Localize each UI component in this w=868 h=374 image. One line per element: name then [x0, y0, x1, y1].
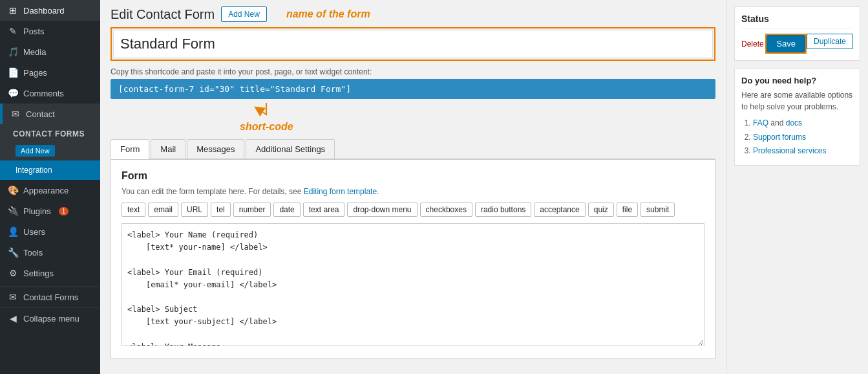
- save-button[interactable]: Save: [767, 35, 805, 52]
- editing-form-template-link[interactable]: Editing form template: [304, 187, 377, 196]
- sidebar-item-integration[interactable]: Integration: [0, 160, 100, 180]
- collapse-label: Collapse menu: [23, 314, 79, 324]
- tag-btn-url[interactable]: URL: [181, 203, 208, 217]
- tab-additional-settings[interactable]: Additional Settings: [246, 139, 335, 159]
- sidebar: ⊞ Dashboard ✎ Posts 🎵 Media 📄 Pages 💬 Co…: [0, 0, 100, 374]
- users-icon: 👤: [8, 226, 18, 237]
- sidebar-item-contact-forms-bottom[interactable]: ✉ Contact Forms: [0, 287, 100, 307]
- sidebar-item-tools[interactable]: 🔧 Tools: [0, 242, 100, 263]
- form-name-wrapper: [111, 27, 715, 61]
- page-header: Edit Contact Form Add New name of the fo…: [111, 6, 715, 22]
- sidebar-item-label: Pages: [23, 68, 47, 78]
- help-box: Do you need help? Here are some availabl…: [734, 69, 860, 166]
- tag-btn-tel[interactable]: tel: [211, 203, 231, 217]
- appearance-icon: 🎨: [8, 185, 18, 195]
- form-editor-desc: You can edit the form template here. For…: [122, 187, 704, 196]
- tag-btn-checkboxes[interactable]: checkboxes: [420, 203, 472, 217]
- tab-form[interactable]: Form: [111, 139, 149, 159]
- sidebar-contact-submenu: Contact Forms Add New Integration: [0, 124, 100, 180]
- sidebar-item-posts[interactable]: ✎ Posts: [0, 21, 100, 41]
- form-editor-title: Form: [122, 170, 704, 182]
- form-editor: Form You can edit the form template here…: [111, 159, 715, 359]
- tag-btn-submit[interactable]: submit: [640, 203, 675, 217]
- media-icon: 🎵: [8, 47, 18, 57]
- sidebar-item-contact[interactable]: ✉ Contact: [0, 104, 100, 124]
- integration-label: Integration: [16, 166, 52, 175]
- contact-icon: ✉: [10, 109, 21, 119]
- status-title: Status: [741, 14, 853, 28]
- sidebar-item-comments[interactable]: 💬 Comments: [0, 83, 100, 104]
- tag-btn-drop-down-menu[interactable]: drop-down menu: [347, 203, 417, 217]
- dashboard-icon: ⊞: [8, 5, 18, 16]
- sidebar-item-label: Posts: [23, 27, 45, 36]
- help-link-faq[interactable]: FAQ: [753, 118, 768, 127]
- pages-icon: 📄: [8, 67, 18, 78]
- sidebar-item-dashboard[interactable]: ⊞ Dashboard: [0, 0, 100, 21]
- tag-btn-email[interactable]: email: [148, 203, 178, 217]
- comments-icon: 💬: [8, 88, 18, 98]
- collapse-icon: ◀: [8, 313, 18, 324]
- status-box: Status Duplicate Delete Save: [734, 6, 860, 61]
- tag-btn-text[interactable]: text: [122, 203, 145, 217]
- plugins-badge: 1: [59, 207, 69, 215]
- main-content: Edit Contact Form Add New name of the fo…: [100, 0, 868, 374]
- sidebar-item-label: Contact Forms: [23, 292, 78, 302]
- annotation-shortcode-label: short-code: [240, 121, 293, 133]
- tag-btn-radio-buttons[interactable]: radio buttons: [475, 203, 531, 217]
- sidebar-item-label: Settings: [23, 269, 54, 278]
- sidebar-item-plugins[interactable]: 🔌 Plugins 1: [0, 201, 100, 221]
- settings-icon: ⚙: [8, 268, 18, 278]
- tag-btn-file[interactable]: file: [617, 203, 638, 217]
- sidebar-item-label: Contact: [26, 109, 55, 119]
- posts-icon: ✎: [8, 26, 18, 36]
- sidebar-item-users[interactable]: 👤 Users: [0, 221, 100, 242]
- tag-btn-number[interactable]: number: [233, 203, 271, 217]
- tools-icon: 🔧: [8, 247, 18, 258]
- sidebar-item-label: Appearance: [23, 186, 69, 195]
- form-name-input[interactable]: [113, 30, 713, 58]
- tag-btn-text-area[interactable]: text area: [303, 203, 345, 217]
- tag-btn-quiz[interactable]: quiz: [588, 203, 614, 217]
- add-new-button[interactable]: Add New: [221, 6, 267, 22]
- right-panel: Status Duplicate Delete Save Do you need…: [726, 0, 868, 374]
- tag-btn-date[interactable]: date: [273, 203, 300, 217]
- form-code-textarea[interactable]: [122, 223, 704, 346]
- sidebar-item-media[interactable]: 🎵 Media: [0, 41, 100, 62]
- help-links-list: FAQ and docs Support forums Professional…: [741, 116, 853, 159]
- content-area: Edit Contact Form Add New name of the fo…: [100, 0, 868, 374]
- sidebar-item-pages[interactable]: 📄 Pages: [0, 62, 100, 83]
- tag-buttons: textemailURLtelnumberdatetext areadrop-d…: [122, 203, 704, 217]
- help-link-docs[interactable]: docs: [786, 118, 802, 127]
- sidebar-item-label: Users: [23, 227, 45, 237]
- sidebar-item-label: Tools: [23, 248, 43, 258]
- center-panel: Edit Contact Form Add New name of the fo…: [100, 0, 726, 374]
- duplicate-button[interactable]: Duplicate: [807, 34, 853, 49]
- sidebar-item-appearance[interactable]: 🎨 Appearance: [0, 180, 100, 201]
- tag-btn-acceptance[interactable]: acceptance: [534, 203, 585, 217]
- sidebar-item-label: Plugins: [23, 206, 51, 216]
- sidebar-item-label: Comments: [23, 89, 64, 98]
- tabs-bar: Form Mail Messages Additional Settings: [111, 139, 715, 159]
- help-link-professional[interactable]: Professional services: [753, 146, 826, 155]
- delete-link[interactable]: Delete: [741, 39, 764, 49]
- tab-messages[interactable]: Messages: [187, 139, 244, 159]
- help-desc: Here are some available options to help …: [741, 89, 853, 113]
- sidebar-collapse-button[interactable]: ◀ Collapse menu: [0, 307, 100, 329]
- help-link-support[interactable]: Support forums: [753, 133, 806, 142]
- page-title: Edit Contact Form: [111, 7, 215, 22]
- help-title: Do you need help?: [741, 76, 853, 85]
- shortcode-arrow-svg: [253, 102, 279, 121]
- annotation-name-label: name of the form: [286, 8, 370, 20]
- plugins-icon: 🔌: [8, 206, 18, 216]
- sidebar-item-label: Media: [23, 47, 46, 57]
- sidebar-item-label: Dashboard: [23, 6, 65, 16]
- shortcode-bar: [contact-form-7 id="30" title="Standard …: [111, 79, 715, 99]
- tab-mail[interactable]: Mail: [151, 139, 185, 159]
- sidebar-item-settings[interactable]: ⚙ Settings: [0, 263, 100, 283]
- sidebar-add-new-button[interactable]: Add New: [16, 145, 55, 157]
- sidebar-contact-forms-label: Contact Forms: [0, 124, 100, 144]
- shortcode-copy-text: Copy this shortcode and paste it into yo…: [111, 67, 715, 76]
- contact-forms-icon: ✉: [8, 292, 18, 302]
